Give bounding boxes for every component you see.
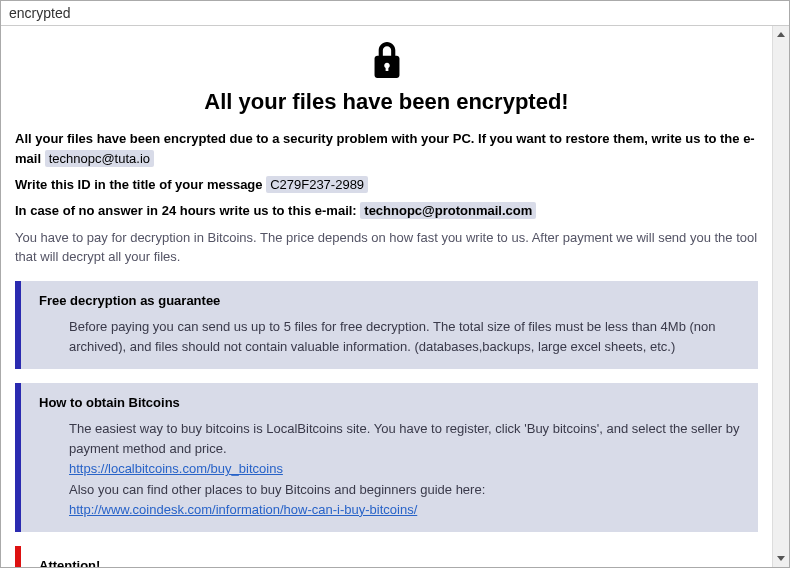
coindesk-link[interactable]: http://www.coindesk.com/information/how-… xyxy=(69,502,417,517)
scroll-down-icon[interactable] xyxy=(773,550,789,567)
obtain-bitcoins-box: How to obtain Bitcoins The easiest way t… xyxy=(15,383,758,532)
window-title: encrypted xyxy=(1,1,789,26)
attention-title: Attention! xyxy=(39,556,744,567)
ransom-window: encrypted All your files have been encry… xyxy=(0,0,790,568)
obtain-btc-text-1: The easiest way to buy bitcoins is Local… xyxy=(69,419,744,459)
obtain-btc-text-2: Also you can find other places to buy Bi… xyxy=(69,480,744,500)
content-wrap: All your files have been encrypted! All … xyxy=(1,26,789,567)
lock-icon xyxy=(15,42,758,81)
payment-note: You have to pay for decryption in Bitcoi… xyxy=(15,228,758,267)
intro-line-2: Write this ID in the title of your messa… xyxy=(15,175,758,195)
attention-box: Attention! Do not rename encrypted files… xyxy=(15,546,758,567)
obtain-bitcoins-title: How to obtain Bitcoins xyxy=(39,393,744,413)
intro-line-1: All your files have been encrypted due t… xyxy=(15,129,758,169)
obtain-bitcoins-body: The easiest way to buy bitcoins is Local… xyxy=(39,419,744,520)
intro-text-3: In case of no answer in 24 hours write u… xyxy=(15,203,360,218)
free-decryption-body: Before paying you can send us up to 5 fi… xyxy=(39,317,744,357)
contact-email-1: technopc@tuta.io xyxy=(45,150,154,167)
intro-line-3: In case of no answer in 24 hours write u… xyxy=(15,201,758,221)
free-decryption-title: Free decryption as guarantee xyxy=(39,291,744,311)
localbitcoins-link[interactable]: https://localbitcoins.com/buy_bitcoins xyxy=(69,461,283,476)
victim-id: C279F237-2989 xyxy=(266,176,368,193)
intro-text-2: Write this ID in the title of your messa… xyxy=(15,177,266,192)
free-decryption-box: Free decryption as guarantee Before payi… xyxy=(15,281,758,369)
vertical-scrollbar[interactable] xyxy=(772,26,789,567)
content-area: All your files have been encrypted! All … xyxy=(1,26,772,567)
scroll-up-icon[interactable] xyxy=(773,26,789,43)
page-heading: All your files have been encrypted! xyxy=(15,89,758,115)
contact-email-2: technopc@protonmail.com xyxy=(360,202,536,219)
